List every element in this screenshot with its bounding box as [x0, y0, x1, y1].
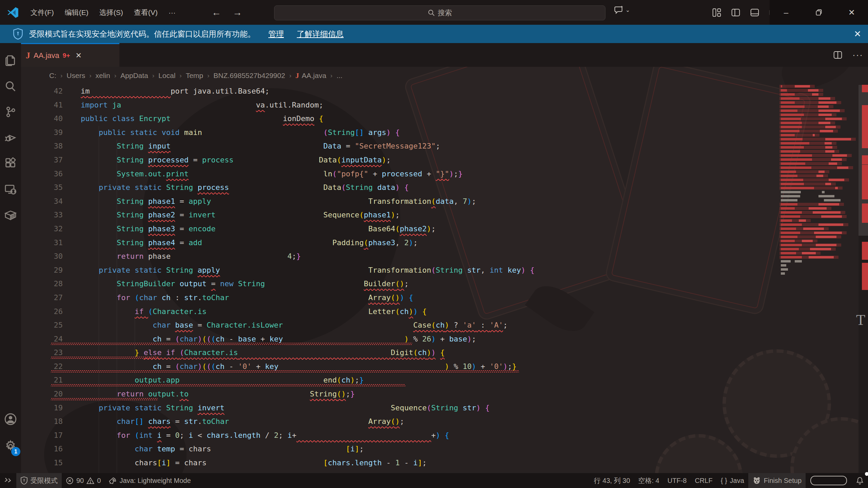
source-control-icon[interactable] [0, 101, 21, 122]
code-row[interactable]: 23 } else if (Character.is Digit(ch)) { [21, 346, 859, 360]
line-number: 26 [21, 305, 63, 319]
error-count: 90 [76, 477, 84, 485]
breadcrumb[interactable]: C:›Users›xelin›AppData›Local›Temp›BNZ.69… [21, 67, 868, 84]
overview-ruler[interactable] [859, 84, 868, 473]
code-editor[interactable]: 42im port java.util.Base64;41import ja v… [21, 84, 859, 473]
breadcrumb-separator: › [289, 72, 291, 79]
ruler-error-mark [862, 165, 868, 199]
indentation-status[interactable]: 空格: 4 [634, 473, 663, 488]
line-number: 41 [21, 98, 63, 112]
notifications-bell[interactable] [852, 473, 868, 488]
code-row[interactable]: 24 ch = (char)(((ch - base + key ) % 26)… [21, 332, 859, 346]
breadcrumb-item[interactable]: Temp [186, 72, 203, 80]
code-row[interactable]: 29 private static String apply Transform… [21, 263, 859, 277]
restricted-mode-status[interactable]: 受限模式 [16, 473, 62, 488]
banner-manage-link[interactable]: 管理 [268, 29, 284, 39]
breadcrumb-item[interactable]: Local [158, 72, 175, 80]
history-back-icon[interactable]: ← [212, 7, 221, 18]
extensions-icon[interactable] [0, 153, 21, 174]
code-row[interactable]: 41import ja va.util.Random; [21, 98, 859, 112]
explorer-icon[interactable] [0, 50, 21, 71]
code-line-text: im port java.util.Base64; [81, 84, 269, 98]
code-row[interactable]: 35 private static String process Data(St… [21, 181, 859, 195]
code-line-text: String phase4 = add Padding(phase3, 2); [81, 236, 418, 250]
customize-layout-icon[interactable] [712, 7, 722, 18]
code-row[interactable]: 37 String processed = process Data(input… [21, 153, 859, 167]
account-icon[interactable] [0, 409, 21, 430]
code-row[interactable]: 27 for (char ch : str.toChar Array()) { [21, 291, 859, 305]
code-row[interactable]: 21 output.app end(ch);} [21, 373, 859, 387]
code-row[interactable]: 18 char[] chars = str.toChar Array(); [21, 415, 859, 429]
minimize-button[interactable]: – [770, 0, 803, 25]
search-sidebar-icon[interactable] [0, 76, 21, 97]
line-number: 25 [21, 318, 63, 332]
code-row[interactable]: 39 public static void main (String[] arg… [21, 126, 859, 140]
code-row[interactable]: 16 char temp = chars [i]; [21, 442, 859, 456]
breadcrumb-item[interactable]: xelin [96, 72, 110, 80]
menu-edit[interactable]: 编辑(E) [59, 5, 94, 20]
editor-actions-more-icon[interactable]: ··· [852, 50, 863, 60]
breadcrumb-item[interactable]: BNZ.6985527b429902 [213, 72, 285, 80]
toggle-primary-sidebar-icon[interactable] [731, 7, 741, 18]
split-editor-icon[interactable] [833, 50, 843, 60]
breadcrumb-item[interactable]: AppData [120, 72, 148, 80]
menu-view[interactable]: 查看(V) [129, 5, 163, 20]
code-row[interactable]: 14 chars[chars. length - 1 - i] = temp;} [21, 470, 859, 473]
breadcrumb-item[interactable]: Users [66, 72, 85, 80]
menu-selection[interactable]: 选择(S) [94, 5, 129, 20]
code-row[interactable]: 33 String phase2 = invert Sequence(phase… [21, 208, 859, 222]
chat-sparkle-icon [614, 5, 624, 15]
code-line-text: String processed = process Data(inputDat… [81, 153, 391, 167]
eol-status[interactable]: CRLF [691, 473, 716, 488]
code-row[interactable]: 20 return output.to String();} [21, 387, 859, 401]
shield-icon [13, 28, 23, 40]
restore-button[interactable] [803, 0, 835, 25]
code-row[interactable]: 36 System.out.print ln("pofp{" + process… [21, 167, 859, 181]
code-line-text: System.out.print ln("pofp{" + processed … [81, 167, 463, 181]
line-number: 15 [21, 456, 63, 470]
code-row[interactable]: 40public class Encrypt ionDemo { [21, 112, 859, 126]
code-line-text: if (Character.is Letter(ch)) { [81, 305, 427, 319]
menu-file[interactable]: 文件(F) [25, 5, 59, 20]
menu-overflow-icon[interactable]: ··· [163, 6, 181, 19]
breadcrumb-file[interactable]: AA.java [302, 72, 326, 80]
banner-learn-more-link[interactable]: 了解详细信息 [297, 29, 344, 39]
history-forward-icon[interactable]: → [233, 7, 242, 18]
code-row[interactable]: 34 String phase1 = apply Transformation(… [21, 195, 859, 209]
banner-close-icon[interactable]: ✕ [854, 29, 861, 39]
code-row[interactable]: 26 if (Character.is Letter(ch)) { [21, 305, 859, 319]
minimap[interactable] [779, 84, 859, 288]
breadcrumb-tail[interactable]: ... [336, 72, 343, 80]
code-row[interactable]: 42im port java.util.Base64; [21, 84, 859, 98]
tab-aa-java[interactable]: J AA.java 9+ ✕ [21, 43, 119, 67]
language-status[interactable]: { }Java [717, 473, 748, 488]
tab-close-icon[interactable]: ✕ [76, 51, 82, 60]
settings-gear-icon[interactable]: 1 [0, 436, 21, 457]
remote-explorer-icon[interactable] [0, 179, 21, 200]
encoding-status[interactable]: UTF-8 [663, 473, 691, 488]
cursor-position[interactable]: 行 43, 列 30 [590, 473, 634, 488]
code-row[interactable]: 38 String input Data = "SecretMessage123… [21, 139, 859, 153]
java-mode-status[interactable]: Java: Lightweight Mode [105, 473, 195, 488]
container-tools-icon[interactable] [0, 204, 21, 226]
toggle-panel-icon[interactable] [750, 7, 760, 18]
breadcrumb-item[interactable]: C: [49, 72, 56, 80]
code-row[interactable]: 15 chars[i] = chars [chars.length - 1 - … [21, 456, 859, 470]
code-row[interactable]: 19 private static String invert Sequence… [21, 401, 859, 415]
code-row[interactable]: 28 StringBuilder output = new String Bui… [21, 277, 859, 291]
close-button[interactable]: ✕ [835, 0, 868, 25]
finish-setup-button[interactable]: Finish Setup [748, 473, 806, 488]
ruler-error-mark [862, 85, 868, 92]
code-row[interactable]: 31 String phase4 = add Padding(phase3, 2… [21, 236, 859, 250]
problems-status[interactable]: 90 0 [62, 473, 105, 488]
code-row[interactable]: 32 String phase3 = encode Base64(phase2)… [21, 222, 859, 236]
code-row[interactable]: 22 ch = (char)(((ch - '0' + key ) % 10) … [21, 360, 859, 374]
code-row[interactable]: 17 for (int i = 0; i < chars.length / 2;… [21, 429, 859, 443]
code-row[interactable]: 25 char base = Character.isLower Case(ch… [21, 318, 859, 332]
copilot-chat-button[interactable]: ⌄ [614, 5, 630, 15]
remote-indicator[interactable] [0, 473, 16, 488]
run-debug-icon[interactable] [0, 127, 21, 148]
code-row[interactable]: 30 return phase 4;} [21, 250, 859, 263]
command-center-search[interactable]: 搜索 [274, 5, 605, 20]
line-number: 14 [21, 470, 63, 473]
